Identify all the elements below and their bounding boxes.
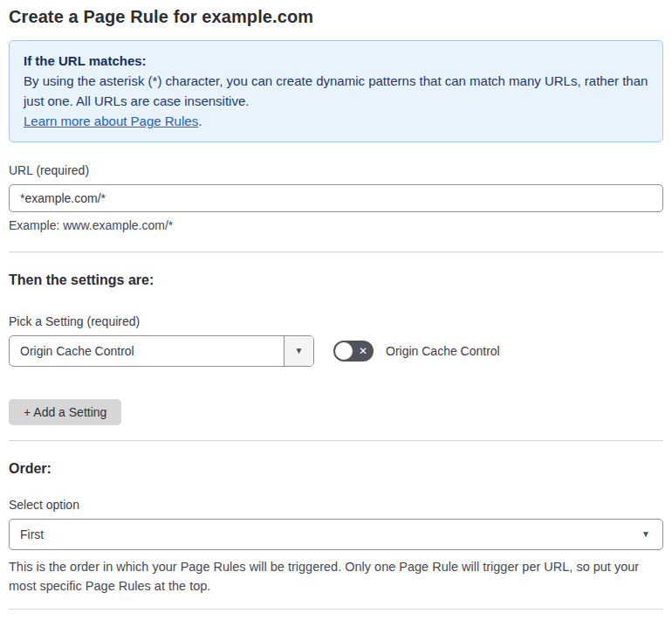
url-example-helper: Example: www.example.com/* <box>9 218 663 232</box>
url-input[interactable] <box>9 184 663 212</box>
learn-more-link[interactable]: Learn more about Page Rules <box>24 114 198 128</box>
url-match-info-box: If the URL matches: By using the asteris… <box>9 40 663 142</box>
create-page-rule-form: Create a Page Rule for example.com If th… <box>0 0 672 620</box>
divider <box>9 609 663 610</box>
url-field-label: URL (required) <box>9 163 663 177</box>
divider <box>9 440 663 441</box>
order-select[interactable]: First ▼ <box>9 519 663 550</box>
link-suffix: . <box>198 114 202 128</box>
toggle-setting-label: Origin Cache Control <box>386 344 500 358</box>
toggle-knob <box>335 342 353 360</box>
order-section-heading: Order: <box>9 461 663 477</box>
info-box-heading: If the URL matches: <box>24 51 648 71</box>
divider <box>9 251 663 252</box>
info-box-body: By using the asterisk (*) character, you… <box>24 71 648 111</box>
setting-select[interactable]: Origin Cache Control ▼ <box>9 335 314 367</box>
settings-section-heading: Then the settings are: <box>9 272 663 288</box>
origin-cache-control-toggle[interactable]: ✕ <box>333 341 374 362</box>
add-setting-button[interactable]: + Add a Setting <box>9 399 121 425</box>
setting-select-value: Origin Cache Control <box>10 344 284 358</box>
pick-setting-label: Pick a Setting (required) <box>9 314 663 328</box>
toggle-off-x-icon: ✕ <box>359 346 367 356</box>
info-box-link-line: Learn more about Page Rules. <box>24 111 648 131</box>
chevron-down-icon: ▼ <box>641 530 650 539</box>
page-title: Create a Page Rule for example.com <box>9 7 663 27</box>
setting-select-arrow-section[interactable]: ▼ <box>284 336 313 366</box>
order-helper-text: This is the order in which your Page Rul… <box>9 557 663 596</box>
setting-row: Origin Cache Control ▼ ✕ Origin Cache Co… <box>9 335 663 367</box>
order-select-label: Select option <box>9 498 663 512</box>
chevron-down-icon: ▼ <box>295 347 304 355</box>
order-select-value: First <box>10 527 662 541</box>
